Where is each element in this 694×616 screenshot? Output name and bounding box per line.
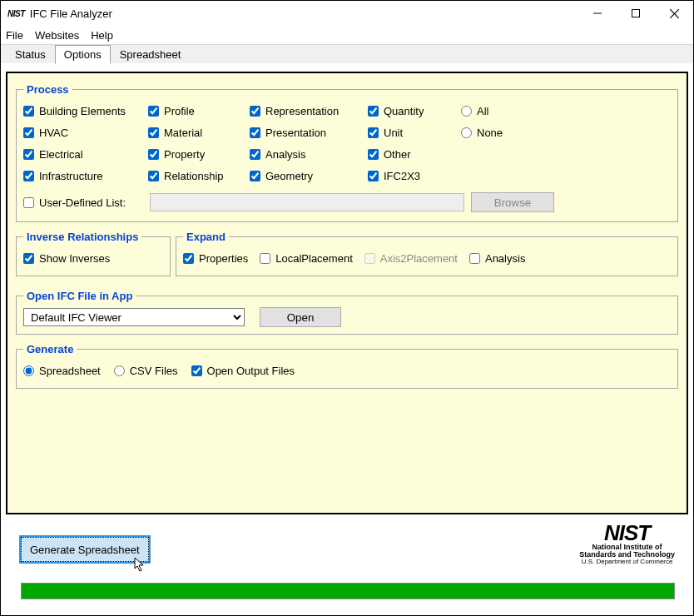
chk-profile[interactable]: Profile: [148, 101, 250, 122]
chk-building-elements[interactable]: Building Elements: [23, 101, 148, 122]
app-logo-text: NIST: [7, 9, 25, 18]
chk-quantity[interactable]: Quantity: [368, 101, 461, 122]
chk-unit[interactable]: Unit: [368, 122, 461, 143]
chk-analysis[interactable]: Analysis: [250, 144, 368, 165]
chk-presentation[interactable]: Presentation: [250, 122, 368, 143]
window-title: IFC File Analyzer: [30, 7, 112, 20]
maximize-button[interactable]: [617, 1, 655, 26]
chk-relationship[interactable]: Relationship: [148, 166, 250, 186]
radio-csv[interactable]: CSV Files: [114, 360, 178, 381]
menu-bar: File Websites Help: [1, 26, 693, 44]
tab-bar: Status Options Spreadsheet: [1, 44, 693, 63]
generate-spreadsheet-button[interactable]: Generate Spreadsheet: [21, 537, 149, 562]
chk-expand-axis2placement: Axis2Placement: [364, 248, 458, 269]
chk-expand-analysis[interactable]: Analysis: [469, 248, 525, 269]
expand-group: Expand Properties LocalPlacement Axis2Pl…: [176, 231, 678, 276]
inverse-legend: Inverse Relationships: [23, 231, 141, 243]
svg-rect-1: [632, 10, 640, 17]
chk-expand-properties[interactable]: Properties: [183, 248, 248, 269]
open-button[interactable]: Open: [260, 307, 341, 327]
chk-ifc2x3[interactable]: IFC2X3: [368, 166, 461, 186]
tab-spreadsheet[interactable]: Spreadsheet: [111, 45, 191, 64]
chk-geometry[interactable]: Geometry: [250, 166, 368, 186]
menu-file[interactable]: File: [6, 29, 23, 42]
chk-representation[interactable]: Representation: [250, 101, 368, 122]
chk-material[interactable]: Material: [148, 122, 250, 143]
chk-other[interactable]: Other: [368, 144, 461, 165]
chk-open-output-files[interactable]: Open Output Files: [191, 360, 295, 381]
radio-all[interactable]: All: [461, 101, 544, 122]
options-panel: Process Building Elements Profile Repres…: [6, 72, 688, 514]
close-button[interactable]: [655, 1, 693, 26]
chk-hvac[interactable]: HVAC: [23, 122, 148, 143]
radio-none[interactable]: None: [461, 122, 544, 143]
process-group: Process Building Elements Profile Repres…: [16, 83, 678, 222]
openapp-group: Open IFC File in App Default IFC Viewer …: [16, 290, 678, 335]
chk-expand-localplacement[interactable]: LocalPlacement: [260, 248, 353, 269]
minimize-button[interactable]: [578, 1, 617, 26]
inverse-group: Inverse Relationships Show Inverses: [16, 231, 171, 276]
chk-user-defined-list[interactable]: User-Defined List:: [23, 192, 143, 213]
chk-property[interactable]: Property: [148, 144, 250, 165]
expand-legend: Expand: [183, 231, 229, 243]
title-bar: NIST IFC File Analyzer: [1, 1, 693, 26]
menu-help[interactable]: Help: [91, 29, 113, 42]
nist-logo: NIST National Institute of Standards and…: [579, 522, 675, 565]
user-defined-list-input[interactable]: [150, 193, 464, 211]
chk-show-inverses[interactable]: Show Inverses: [23, 248, 163, 269]
process-legend: Process: [23, 83, 72, 96]
browse-button[interactable]: Browse: [471, 192, 554, 212]
menu-websites[interactable]: Websites: [35, 29, 79, 42]
openapp-legend: Open IFC File in App: [23, 290, 136, 302]
tab-status[interactable]: Status: [6, 45, 55, 64]
generate-legend: Generate: [23, 343, 77, 355]
ifc-viewer-select[interactable]: Default IFC Viewer: [23, 308, 245, 326]
progress-bar: [21, 583, 675, 599]
tab-options[interactable]: Options: [55, 45, 111, 64]
generate-group: Generate Spreadsheet CSV Files Open Outp…: [16, 343, 678, 389]
chk-electrical[interactable]: Electrical: [23, 144, 148, 165]
radio-spreadsheet[interactable]: Spreadsheet: [23, 360, 101, 381]
chk-infrastructure[interactable]: Infrastructure: [23, 166, 148, 186]
